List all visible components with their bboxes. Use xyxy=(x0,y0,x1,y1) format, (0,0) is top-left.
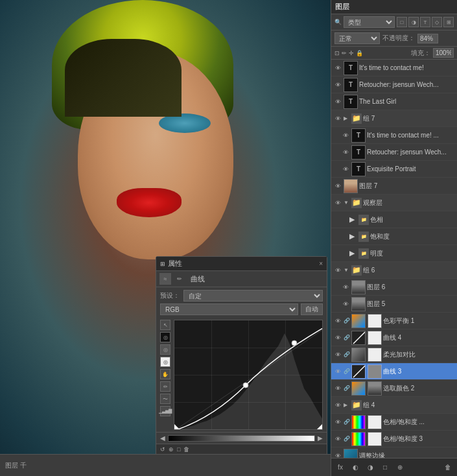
layer-visibility-toggle[interactable]: 👁 xyxy=(333,80,342,89)
curves-eyedropper-white[interactable]: ◎ xyxy=(160,357,170,367)
panel-close-button[interactable]: × xyxy=(319,260,323,267)
curves-eyedropper-black[interactable]: ◎ xyxy=(160,332,170,342)
layer-visibility-toggle[interactable]: 👁 xyxy=(333,384,342,393)
layer-item[interactable]: 👁 T The Last Girl xyxy=(331,93,457,110)
layer-visibility-toggle[interactable]: 👁 xyxy=(341,131,350,140)
create-group-button[interactable]: □ xyxy=(379,462,391,473)
layer-visibility-toggle[interactable]: 👁 xyxy=(333,64,342,73)
layer-item[interactable]: 👁 T It's time to contact me! ... xyxy=(331,127,457,144)
layer-item-group[interactable]: 👁 ▼ 📁 观察层 xyxy=(331,195,457,211)
layer-visibility-toggle[interactable]: 👁 xyxy=(333,182,342,191)
curves-reset-icon[interactable]: ↺ xyxy=(160,446,165,453)
layer-visibility-toggle[interactable]: 👁 xyxy=(333,97,342,106)
layer-item-selected[interactable]: 👁 🔗 曲线 3 xyxy=(331,363,457,380)
filter-text-icon[interactable]: T xyxy=(420,17,430,27)
curves-eyedropper-gray[interactable]: ◎ xyxy=(160,344,170,355)
group-expand-arrow[interactable]: ▶ xyxy=(344,115,350,121)
fill-input[interactable] xyxy=(433,48,454,58)
layer-link-icon: 🔗 xyxy=(344,368,350,374)
layer-item[interactable]: 👁 T Exquisite Portrait xyxy=(331,161,457,178)
layer-item[interactable]: 👁 图层 6 xyxy=(331,279,457,296)
layer-item-group[interactable]: 👁 ▶ 📁 组 4 xyxy=(331,397,457,414)
layer-visibility-toggle[interactable] xyxy=(339,249,348,258)
add-style-button[interactable]: fx xyxy=(334,462,346,473)
preset-select[interactable]: 自定 xyxy=(183,290,323,302)
curves-mask-icon[interactable]: □ xyxy=(177,446,180,453)
layer-item-group[interactable]: 👁 ▶ 📁 组 7 xyxy=(331,110,457,127)
adj-folder: 📁 xyxy=(358,215,369,225)
curves-select-tool[interactable]: ↖ xyxy=(160,320,170,330)
layer-visibility-toggle[interactable]: 👁 xyxy=(333,333,342,342)
lock-pixels-icon[interactable]: ✏ xyxy=(342,50,347,56)
layer-visibility-toggle[interactable]: 👁 xyxy=(333,418,342,427)
layer-item[interactable]: 👁 图层 7 xyxy=(331,178,457,195)
properties-pencil-icon[interactable]: ✏ xyxy=(174,273,185,285)
auto-button[interactable]: 自动 xyxy=(301,303,323,315)
lock-transparent-icon[interactable]: ⊡ xyxy=(334,50,340,56)
layer-item[interactable]: 👁 调整边缘 xyxy=(331,447,457,458)
filter-shape-icon[interactable]: ◇ xyxy=(432,17,442,27)
curves-graph[interactable] xyxy=(174,320,323,430)
curves-pencil-tool[interactable]: ✏ xyxy=(160,381,170,392)
curves-delete-icon[interactable]: 🗑 xyxy=(183,446,189,453)
layer-visibility-toggle[interactable]: 👁 xyxy=(341,283,350,292)
layer-visibility-toggle[interactable]: 👁 xyxy=(341,300,350,309)
layer-item[interactable]: 👁 T Retoucher: jsensun Wech... xyxy=(331,144,457,161)
black-point-indicator[interactable] xyxy=(174,424,180,429)
blend-mode-select[interactable]: 正常 xyxy=(334,32,380,44)
layer-visibility-toggle[interactable]: 👁 xyxy=(341,165,350,174)
layer-thumbnail xyxy=(351,432,366,446)
layer-item-group[interactable]: 👁 ▼ 📁 组 6 xyxy=(331,262,457,279)
layer-item[interactable]: 👁 🔗 选取颜色 2 xyxy=(331,380,457,397)
filter-smart-icon[interactable]: ⊞ xyxy=(443,17,454,27)
layer-type-filter[interactable]: 类型 xyxy=(344,16,395,28)
layer-item[interactable]: 👁 🔗 色彩平衡 1 xyxy=(331,313,457,329)
layer-thumbnail: T xyxy=(351,145,366,160)
lock-position-icon[interactable]: ✛ xyxy=(349,50,354,56)
curves-icon[interactable]: ≈ xyxy=(159,273,171,285)
output-arrow: ▶ xyxy=(318,434,323,442)
layer-item[interactable]: ▶ 📁 色相 xyxy=(331,211,457,228)
create-layer-button[interactable]: ⊕ xyxy=(394,462,406,473)
group-expand-arrow[interactable]: ▼ xyxy=(344,200,350,206)
layer-item[interactable]: 👁 图层 5 xyxy=(331,296,457,313)
layer-visibility-toggle[interactable]: 👁 xyxy=(333,350,342,359)
svg-point-3 xyxy=(292,340,297,346)
layer-visibility-toggle[interactable]: 👁 xyxy=(333,266,342,275)
lock-all-icon[interactable]: 🔒 xyxy=(356,50,363,56)
layer-item[interactable]: 👁 🔗 曲线 4 xyxy=(331,329,457,346)
filter-pixel-icon[interactable]: □ xyxy=(397,17,407,27)
layer-item[interactable]: ▶ 📁 明度 xyxy=(331,245,457,262)
layer-item[interactable]: ▶ 📁 饱和度 xyxy=(331,228,457,245)
group-expand-arrow[interactable]: ▶ xyxy=(344,402,350,408)
layer-visibility-toggle[interactable]: 👁 xyxy=(333,451,342,458)
opacity-input[interactable] xyxy=(417,34,438,43)
layer-item[interactable]: 👁 T It's time to contact me! xyxy=(331,60,457,77)
curves-smooth-tool[interactable]: 〜 xyxy=(160,394,170,404)
layer-item[interactable]: 👁 🔗 柔光加对比 xyxy=(331,346,457,363)
layer-item[interactable]: 👁 T Retoucher: jsensun Wech... xyxy=(331,77,457,93)
layer-visibility-toggle[interactable] xyxy=(339,215,348,224)
channel-select[interactable]: RGB xyxy=(160,303,298,315)
layer-visibility-toggle[interactable]: 👁 xyxy=(333,316,342,326)
layer-visibility-toggle[interactable] xyxy=(339,232,348,241)
properties-toolbar: ≈ ✏ 曲线 xyxy=(156,271,327,287)
layer-visibility-toggle[interactable]: 👁 xyxy=(341,148,350,157)
delete-layer-button[interactable]: 🗑 xyxy=(442,462,454,473)
layer-visibility-toggle[interactable]: 👁 xyxy=(333,434,342,444)
layer-item[interactable]: 👁 🔗 色相/饱和度 3 xyxy=(331,431,457,447)
white-point-indicator[interactable] xyxy=(317,424,322,429)
add-mask-button[interactable]: ◐ xyxy=(349,462,361,473)
filter-adj-icon[interactable]: ◑ xyxy=(408,17,419,27)
curves-hand-tool[interactable]: ✋ xyxy=(160,369,170,379)
main-canvas[interactable]: 大圣视觉PRO ⊞ 属性 × ≈ ✏ 曲线 预设： xyxy=(0,0,331,454)
layer-visibility-toggle[interactable]: 👁 xyxy=(333,401,342,410)
add-adjustment-button[interactable]: ◑ xyxy=(364,462,376,473)
layer-item[interactable]: 👁 🔗 色相/饱和度 ... xyxy=(331,414,457,431)
layer-visibility-toggle[interactable]: 👁 xyxy=(333,198,342,208)
curves-link-icon[interactable]: ⊕ xyxy=(169,446,174,453)
layer-visibility-toggle[interactable]: 👁 xyxy=(333,367,342,376)
layer-visibility-toggle[interactable]: 👁 xyxy=(333,114,342,123)
group-expand-arrow[interactable]: ▼ xyxy=(344,267,350,273)
curves-histogram-icon[interactable]: ▁▃▅▇ xyxy=(160,406,170,416)
